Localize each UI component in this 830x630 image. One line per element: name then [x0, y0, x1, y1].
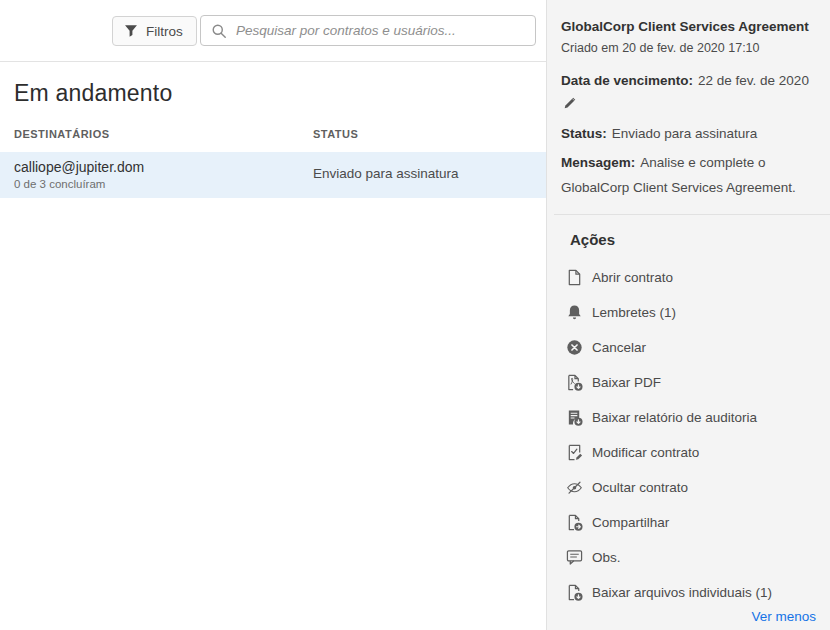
action-download-audit-report[interactable]: Baixar relatório de auditoria [565, 400, 772, 435]
agreement-row-selected[interactable]: calliope@jupiter.dom 0 de 3 concluíram E… [0, 152, 547, 198]
agreement-created-date: Criado em 20 de fev. de 2020 17:10 [561, 41, 760, 55]
search-input[interactable] [236, 23, 525, 38]
message-line: Mensagem:Analise e complete o GlobalCorp… [561, 150, 821, 200]
pencil-icon [563, 95, 578, 110]
edit-due-date-button[interactable] [558, 90, 582, 114]
filters-button[interactable]: Filtros [112, 16, 197, 46]
filter-funnel-icon [124, 24, 138, 38]
cancel-circle-icon [565, 339, 583, 357]
action-label: Modificar contrato [592, 445, 699, 460]
action-label: Ocultar contrato [592, 480, 688, 495]
action-label: Compartilhar [592, 515, 669, 530]
column-header-recipients: DESTINATÁRIOS [14, 128, 110, 140]
page-title: Em andamento [14, 80, 172, 107]
modify-contract-icon [565, 444, 583, 462]
action-label: Lembretes (1) [592, 305, 676, 320]
recipient-progress: 0 de 3 concluíram [14, 178, 105, 190]
action-reminders[interactable]: Lembretes (1) [565, 295, 772, 330]
action-label: Obs. [592, 550, 621, 565]
toolbar: Filtros [0, 0, 547, 62]
filters-button-label: Filtros [146, 24, 183, 39]
action-modify-contract[interactable]: Modificar contrato [565, 435, 772, 470]
due-date-label: Data de vencimento: [561, 73, 693, 88]
action-open-contract[interactable]: Abrir contrato [565, 260, 772, 295]
action-label: Baixar PDF [592, 375, 661, 390]
share-icon [565, 514, 583, 532]
action-label: Baixar arquivos individuais (1) [592, 585, 772, 600]
notes-bubble-icon [565, 549, 583, 567]
download-audit-report-icon [565, 409, 583, 427]
panel-divider [554, 214, 830, 215]
agreement-detail-panel: GlobalCorp Client Services Agreement Cri… [546, 0, 830, 630]
download-individual-files-icon [565, 584, 583, 602]
action-share[interactable]: Compartilhar [565, 505, 772, 540]
see-less-link[interactable]: Ver menos [751, 609, 816, 624]
action-label: Baixar relatório de auditoria [592, 410, 757, 425]
agreement-title: GlobalCorp Client Services Agreement [561, 18, 819, 35]
actions-section-title: Ações [570, 231, 615, 248]
action-download-individual-files[interactable]: Baixar arquivos individuais (1) [565, 575, 772, 610]
search-icon [211, 23, 227, 39]
reminders-bell-icon [565, 304, 583, 322]
action-label: Cancelar [592, 340, 646, 355]
status-line: Status:Enviado para assinatura [561, 126, 757, 141]
action-notes[interactable]: Obs. [565, 540, 772, 575]
action-cancel[interactable]: Cancelar [565, 330, 772, 365]
status-label: Status: [561, 126, 607, 141]
search-box[interactable] [200, 15, 536, 46]
due-date-value: 22 de fev. de 2020 [698, 73, 809, 88]
action-download-pdf[interactable]: Baixar PDF [565, 365, 772, 400]
actions-list: Abrir contrato Lembretes (1) Cancelar Ba… [565, 260, 772, 610]
action-label: Abrir contrato [592, 270, 673, 285]
recipient-email: calliope@jupiter.dom [14, 159, 144, 175]
status-value: Enviado para assinatura [612, 126, 758, 141]
open-contract-icon [565, 269, 583, 287]
due-date-line: Data de vencimento:22 de fev. de 2020 [561, 73, 809, 88]
hide-contract-eye-icon [565, 479, 583, 497]
row-status-value: Enviado para assinatura [313, 166, 459, 181]
action-hide-contract[interactable]: Ocultar contrato [565, 470, 772, 505]
download-pdf-icon [565, 374, 583, 392]
agreements-list-area: Filtros Em andamento DESTINATÁRIOS STATU… [0, 0, 547, 630]
message-label: Mensagem: [561, 155, 635, 170]
column-header-status: STATUS [313, 128, 358, 140]
